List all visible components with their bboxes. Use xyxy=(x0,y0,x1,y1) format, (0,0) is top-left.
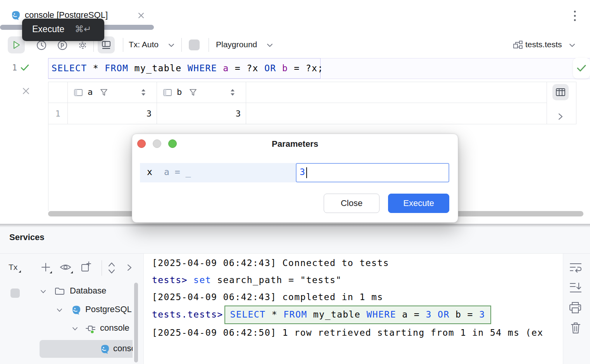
toolbar-separator xyxy=(209,38,209,52)
row-number: 1 xyxy=(55,109,60,118)
grid-border xyxy=(246,82,246,124)
text-caret xyxy=(306,167,307,178)
panel-divider xyxy=(563,254,563,364)
environment-selector[interactable]: Playground xyxy=(216,39,257,50)
cell-a[interactable]: 3 xyxy=(67,103,157,124)
close-button[interactable]: Close xyxy=(324,194,380,213)
inspection-status-badge[interactable] xyxy=(573,58,590,79)
run-icon xyxy=(12,40,21,50)
column-label: b xyxy=(177,87,182,97)
tree-label: Database xyxy=(70,286,132,296)
tx-mode-selector[interactable]: Tx: Auto xyxy=(129,39,159,50)
tree-vscrollbar-thumb[interactable] xyxy=(134,283,138,362)
tab-close-icon[interactable] xyxy=(137,12,145,19)
tree-label: PostgreSQL xyxy=(85,304,133,314)
parameter-row[interactable]: x a = _ xyxy=(140,163,296,182)
row-number-cell: 1 xyxy=(48,103,67,124)
dialog-title: Parameters xyxy=(132,139,458,149)
grid-border xyxy=(547,82,547,124)
sql-statement[interactable]: SELECT * FROM my_table WHERE a = ?x OR b… xyxy=(52,62,323,74)
tx-toggle-button[interactable]: Tx xyxy=(9,263,17,272)
console-line: [2025-04-09 06:42:43] Connected to tests xyxy=(152,254,549,271)
console-line: tests> set search_path = "tests" xyxy=(152,271,549,288)
chevron-down-icon[interactable] xyxy=(57,308,62,312)
toolbar-separator xyxy=(102,260,102,276)
parameters-icon[interactable] xyxy=(57,40,67,50)
open-in-new-tab-icon[interactable] xyxy=(81,261,91,273)
console-line: [2025-04-09 06:42:50] 1 row retrieved st… xyxy=(152,324,549,341)
next-page-chevron-icon[interactable] xyxy=(557,113,564,120)
postgresql-icon xyxy=(71,304,82,316)
executed-statement-box: SELECT * FROM my_table WHERE a = 3 OR b … xyxy=(224,306,491,324)
dropdown-corner-triangle xyxy=(19,270,21,273)
console-line: [2025-04-09 06:42:43] completed in 1 ms xyxy=(152,288,549,306)
no-problems-check-icon xyxy=(576,64,587,72)
parameter-value-input[interactable]: 3 xyxy=(296,163,449,182)
dropdown-corner-triangle xyxy=(50,271,52,273)
parameter-name: x xyxy=(147,167,152,177)
postgresql-icon xyxy=(99,343,111,355)
gutter-success-check-icon[interactable] xyxy=(20,64,29,72)
table-grid-icon xyxy=(555,88,566,96)
chevron-down-icon[interactable] xyxy=(267,43,273,47)
expand-collapse-icon[interactable] xyxy=(107,261,116,275)
soft-wrap-icon[interactable] xyxy=(569,262,582,274)
tree-item-console-connection[interactable]: console xyxy=(0,322,133,335)
chevron-down-icon[interactable] xyxy=(569,43,575,47)
toolbar-separator xyxy=(181,38,182,52)
filter-icon[interactable] xyxy=(99,88,109,97)
services-panel-title: Services xyxy=(9,232,45,242)
hide-panel-chevron-icon[interactable] xyxy=(126,263,133,272)
grid-border xyxy=(48,82,48,211)
tree-item-database[interactable]: Database xyxy=(0,285,133,298)
toolbar-separator xyxy=(123,38,123,52)
tree-item-console-file-selected[interactable]: console xyxy=(40,340,133,358)
line-number: 1 xyxy=(8,63,17,72)
tree-label: console xyxy=(100,323,133,333)
postgresql-icon xyxy=(10,9,22,21)
clear-output-trash-icon[interactable] xyxy=(570,321,581,335)
history-icon[interactable] xyxy=(36,40,47,50)
grid-border xyxy=(48,124,576,124)
console-output[interactable]: [2025-04-09 06:42:43] Connected to tests… xyxy=(152,254,549,364)
cell-b[interactable]: 3 xyxy=(157,103,246,124)
chevron-down-icon[interactable] xyxy=(72,327,78,331)
filter-icon[interactable] xyxy=(188,88,198,97)
table-view-button[interactable] xyxy=(552,84,569,100)
settings-gear-icon[interactable] xyxy=(78,40,88,50)
sort-icon[interactable] xyxy=(141,88,146,97)
tree-label: console xyxy=(113,343,133,354)
view-options-eye-icon[interactable] xyxy=(60,263,71,272)
in-editor-results-icon xyxy=(101,40,111,50)
results-panel: a b 1 3 xyxy=(0,81,590,134)
parameters-dialog: Parameters x a = _ 3 Close Execute xyxy=(132,134,458,223)
dropdown-corner-triangle xyxy=(71,271,73,273)
column-label: a xyxy=(88,87,93,97)
print-icon[interactable] xyxy=(568,301,582,314)
column-icon xyxy=(163,89,172,96)
tree-item-postgresql[interactable]: PostgreSQL xyxy=(0,304,133,317)
column-header-a[interactable]: a xyxy=(67,82,157,103)
cell-value: 3 xyxy=(147,109,152,118)
column-header-b[interactable]: b xyxy=(157,82,246,103)
chevron-down-icon[interactable] xyxy=(168,43,174,47)
plug-connection-icon xyxy=(85,323,98,335)
more-options-icon[interactable] xyxy=(572,9,578,22)
console-line: tests.tests>SELECT * FROM my_table WHERE… xyxy=(152,306,549,324)
ide-window: console [PostgreSQL] xyxy=(0,0,590,364)
execute-tooltip: Execute ⌘↵ xyxy=(22,19,104,41)
schema-selector[interactable]: tests.tests xyxy=(525,39,562,50)
parameter-expression: a = _ xyxy=(164,167,191,177)
execute-dialog-button[interactable]: Execute xyxy=(388,194,449,213)
scroll-to-end-icon[interactable] xyxy=(569,282,582,294)
sql-editor: 1 SELECT * FROM my_table WHERE a = ?x OR… xyxy=(0,56,590,81)
tooltip-label: Execute xyxy=(32,24,64,34)
sort-icon[interactable] xyxy=(230,88,235,97)
services-tree: Database PostgreSQL xyxy=(0,281,133,364)
stop-button[interactable] xyxy=(189,39,200,50)
parameter-value: 3 xyxy=(300,167,305,177)
chevron-down-icon[interactable] xyxy=(40,290,46,294)
grid-border xyxy=(576,82,576,124)
schema-icon xyxy=(513,40,523,50)
close-results-icon[interactable] xyxy=(22,87,30,95)
